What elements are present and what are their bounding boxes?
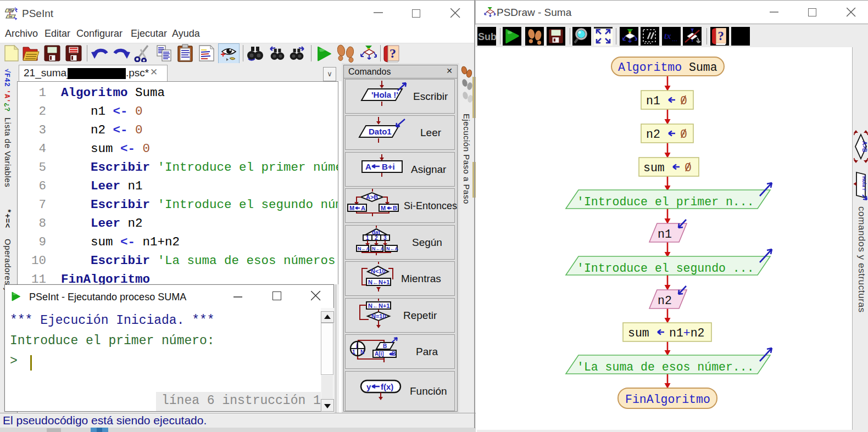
svg-text:'Introduce el primer n...: 'Introduce el primer n... — [577, 195, 754, 209]
svg-text:FinAlgoritmo: FinAlgoritmo — [625, 393, 710, 406]
svg-text:B+i: B+i — [382, 162, 395, 171]
svg-text:B: B — [383, 343, 387, 349]
svg-text:?: ? — [390, 46, 396, 60]
svg-text:B: B — [393, 205, 397, 211]
svg-text:N<10: N<10 — [371, 268, 386, 274]
svg-text:'La suma de esos númer...: 'La suma de esos númer... — [577, 361, 754, 374]
svg-text:Dato1: Dato1 — [369, 127, 392, 136]
svg-text:A: A — [361, 205, 365, 211]
svg-text:N←A: N←A — [372, 246, 384, 251]
svg-text:A[i]: A[i] — [375, 351, 384, 357]
svg-text:y: y — [366, 382, 371, 391]
svg-text:PSe: PSe — [8, 9, 14, 12]
svg-text:j: j — [355, 343, 358, 349]
svg-text:n2: n2 — [658, 294, 672, 307]
svg-text:'Hola !': 'Hola !' — [861, 175, 867, 191]
svg-text:3: 3 — [383, 235, 387, 241]
svg-text:tx: tx — [664, 31, 671, 41]
svg-text:A: A — [365, 162, 371, 171]
svg-text:1: 1 — [366, 235, 369, 241]
svg-text:B: B — [392, 351, 396, 357]
svg-text:A>B: A>B — [366, 194, 378, 200]
svg-text:N←A: N←A — [358, 246, 370, 251]
svg-text:N←N+1: N←N+1 — [368, 302, 390, 309]
svg-text:M: M — [349, 205, 354, 211]
svg-text:Sub: Sub — [478, 31, 496, 42]
svg-text:Algoritmo Suma: Algoritmo Suma — [618, 61, 717, 74]
svg-text:'Hola !': 'Hola !' — [371, 90, 398, 99]
svg-text:1: 1 — [352, 349, 355, 355]
svg-text:M: M — [381, 205, 386, 211]
svg-text:f(x): f(x) — [381, 382, 393, 391]
svg-text:N←A: N←A — [386, 246, 398, 251]
svg-text:...: ... — [672, 35, 677, 43]
svg-text:2: 2 — [375, 235, 378, 241]
svg-text:N: N — [360, 349, 364, 355]
svg-text:A>B: A>B — [861, 141, 867, 152]
svg-text:Int: Int — [9, 15, 12, 18]
svg-text:'Introduce el segundo ...: 'Introduce el segundo ... — [577, 262, 754, 275]
svg-text:N=10: N=10 — [371, 313, 386, 319]
svg-text:n1: n1 — [658, 228, 672, 241]
svg-text:?: ? — [717, 29, 724, 43]
svg-text:N←N+1: N←N+1 — [368, 279, 390, 285]
